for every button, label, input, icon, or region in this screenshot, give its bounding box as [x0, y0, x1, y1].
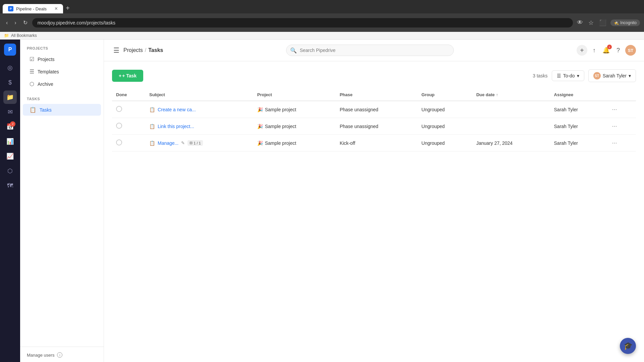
- project-emoji-3: 🎉: [257, 140, 263, 146]
- calendar-badge: 2: [10, 121, 15, 127]
- status-filter-button[interactable]: ☰ To-do ▾: [552, 70, 584, 81]
- col-assignee: Assignee: [550, 89, 606, 101]
- avatar[interactable]: ST: [625, 45, 636, 56]
- subtask-badge: ⊟ 1 / 1: [187, 140, 203, 146]
- search-input[interactable]: [286, 45, 454, 56]
- tasks-icon: 📋: [30, 107, 36, 113]
- edit-icon-3: ✎: [181, 140, 185, 145]
- breadcrumb-parent[interactable]: Projects: [123, 47, 143, 53]
- bookmarks-bar: 📁 All Bookmarks: [0, 32, 644, 40]
- task-subject-text-2[interactable]: Link this project...: [158, 124, 194, 129]
- reload-button[interactable]: ↻: [21, 18, 30, 27]
- app-logo[interactable]: P: [4, 44, 16, 56]
- group-cell-2: Ungrouped: [418, 118, 472, 135]
- chevron-down-icon: ▾: [577, 73, 579, 78]
- share-button[interactable]: ↑: [591, 46, 597, 55]
- back-button[interactable]: ‹: [4, 18, 10, 27]
- done-radio-1[interactable]: [116, 106, 122, 112]
- content-toolbar: + + Task 3 tasks ☰ To-do ▾ ST Sarah Tyle…: [112, 69, 636, 82]
- table-row: 📋 Create a new ca... 🎉 Sample project Ph…: [112, 101, 636, 118]
- task-table: Done Subject Project Phase Group: [112, 89, 636, 152]
- table-row: 📋 Link this project... 🎉 Sample project …: [112, 118, 636, 135]
- assignee-filter-label: Sarah Tyler: [603, 73, 627, 78]
- done-radio-2[interactable]: [116, 123, 122, 129]
- table-row: 📋 Manage... ✎ ⊟ 1 / 1 🎉: [112, 135, 636, 152]
- project-emoji-2: 🎉: [257, 124, 263, 129]
- archive-icon: ⬡: [30, 81, 34, 87]
- sidebar-item-tasks[interactable]: 📋 Tasks: [23, 104, 101, 116]
- nav-cube-icon[interactable]: ⬡: [3, 164, 17, 178]
- nav-more-icon[interactable]: ···: [7, 358, 13, 362]
- forward-button[interactable]: ›: [12, 18, 18, 27]
- project-name-3[interactable]: Sample project: [265, 140, 296, 146]
- row-actions-button-1[interactable]: ···: [610, 105, 619, 114]
- templates-icon: ☰: [30, 68, 34, 75]
- project-cell-2: 🎉 Sample project: [253, 118, 336, 135]
- main-content: ☰ Projects / Tasks 🔍 + ↑ 🔔 1 ? ST: [104, 40, 644, 362]
- filter-label: To-do: [563, 73, 575, 78]
- nav-mail-icon[interactable]: ✉: [3, 105, 17, 119]
- assignee-filter-button[interactable]: ST Sarah Tyler ▾: [588, 69, 636, 82]
- phase-cell-3: Kick-off: [336, 135, 418, 152]
- bookmark-icon[interactable]: ☆: [587, 18, 595, 28]
- project-cell-3: 🎉 Sample project: [253, 135, 336, 152]
- manage-users-link[interactable]: Manage users i: [27, 352, 97, 358]
- row-actions-button-3[interactable]: ···: [610, 139, 619, 147]
- subject-cell-1: 📋 Create a new ca...: [145, 101, 253, 118]
- task-subject-text-3[interactable]: Manage...: [158, 140, 178, 146]
- sidebar-item-archive[interactable]: ⬡ Archive: [23, 78, 101, 90]
- group-cell-1: Ungrouped: [418, 101, 472, 118]
- filter-icon: ☰: [557, 73, 561, 78]
- nav-reports-icon[interactable]: 📊: [3, 135, 17, 148]
- sort-asc-icon: ↑: [496, 93, 498, 97]
- tasks-section-title: TASKS: [20, 97, 104, 104]
- header-nav: ☰ Projects / Tasks: [112, 45, 163, 56]
- help-button[interactable]: ?: [615, 46, 621, 55]
- breadcrumb: Projects / Tasks: [123, 47, 163, 53]
- address-bar[interactable]: [32, 18, 573, 27]
- header-actions: + ↑ 🔔 1 ? ST: [577, 45, 636, 56]
- extensions-icon[interactable]: ⬛: [598, 18, 608, 28]
- col-phase: Phase: [336, 89, 418, 101]
- incognito-icon: 🕵: [614, 20, 619, 25]
- new-tab-button[interactable]: +: [63, 3, 72, 13]
- done-radio-3[interactable]: [116, 139, 122, 145]
- tasks-count: 3 tasks: [533, 73, 547, 78]
- nav-trends-icon[interactable]: 📈: [3, 149, 17, 163]
- phase-cell-1: Phase unassigned: [336, 101, 418, 118]
- col-due-date[interactable]: Due date ↑: [472, 89, 550, 101]
- col-group: Group: [418, 89, 472, 101]
- due-date-cell-1: [472, 101, 550, 118]
- help-fab-button[interactable]: 🎓: [620, 338, 636, 354]
- col-actions: [606, 89, 636, 101]
- notification-button[interactable]: 🔔 1: [601, 45, 611, 55]
- task-subject-text-1[interactable]: Create a new ca...: [158, 107, 196, 112]
- add-task-button[interactable]: + + Task: [112, 70, 143, 82]
- assignee-cell-2: Sarah Tyler: [550, 118, 606, 135]
- sidebar-projects-label: Projects: [38, 57, 55, 62]
- active-tab[interactable]: P Pipeline - Deals ×: [3, 4, 63, 13]
- add-task-plus-icon: +: [119, 73, 121, 78]
- nav-target-icon[interactable]: ◎: [3, 61, 17, 74]
- nav-calendar-icon[interactable]: 📅 2: [3, 120, 17, 133]
- eye-off-icon[interactable]: 👁: [576, 18, 584, 27]
- sidebar-templates-label: Templates: [38, 69, 59, 74]
- task-subject-icon-2: 📋: [149, 124, 155, 129]
- add-button[interactable]: +: [577, 45, 587, 56]
- nav-projects-icon[interactable]: 📁: [3, 90, 17, 104]
- col-done: Done: [112, 89, 145, 101]
- sidebar-item-projects[interactable]: ☑ Projects: [23, 53, 101, 65]
- project-name-1[interactable]: Sample project: [265, 107, 296, 112]
- nav-map-icon[interactable]: 🗺: [3, 179, 17, 192]
- nav-deals-icon[interactable]: $: [3, 76, 17, 89]
- done-cell-3: [112, 135, 145, 152]
- menu-button[interactable]: ☰: [112, 45, 121, 56]
- project-name-2[interactable]: Sample project: [265, 124, 296, 129]
- close-tab-button[interactable]: ×: [55, 6, 58, 11]
- subject-cell-3: 📋 Manage... ✎ ⊟ 1 / 1: [145, 135, 253, 152]
- tab-title: Pipeline - Deals: [16, 6, 47, 11]
- icon-nav: P ◎ $ 📁 ✉ 📅 2 📊 📈 ⬡ 🗺 ···: [0, 40, 20, 362]
- row-actions-button-2[interactable]: ···: [610, 122, 619, 130]
- sidebar-item-templates[interactable]: ☰ Templates: [23, 66, 101, 77]
- assignee-cell-3: Sarah Tyler: [550, 135, 606, 152]
